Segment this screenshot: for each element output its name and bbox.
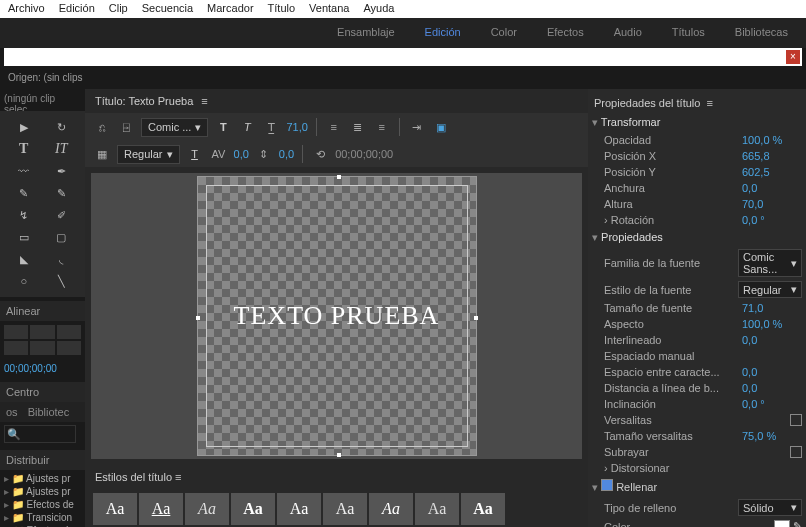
workspace-tab[interactable]: Efectos bbox=[547, 26, 584, 40]
italic-icon[interactable]: T bbox=[238, 118, 256, 136]
prop-value[interactable]: 70,0 bbox=[742, 198, 802, 210]
font-style-dropdown[interactable]: Regular▾ bbox=[738, 281, 802, 298]
menu-item[interactable]: Secuencia bbox=[142, 2, 193, 16]
line-tool-icon[interactable]: ╲ bbox=[44, 271, 80, 291]
prop-value[interactable]: 0,0 bbox=[742, 182, 802, 194]
prop-value[interactable]: 602,5 bbox=[742, 166, 802, 178]
smallcaps-checkbox[interactable] bbox=[790, 414, 802, 426]
style-preset[interactable]: Aa bbox=[323, 493, 367, 525]
underline-icon[interactable]: T bbox=[186, 145, 204, 163]
menu-item[interactable]: Archivo bbox=[8, 2, 45, 16]
align-buttons[interactable] bbox=[0, 321, 85, 359]
title-canvas[interactable]: TEXTO PRUEBA bbox=[91, 173, 582, 459]
ellipse-tool-icon[interactable]: ○ bbox=[6, 271, 42, 291]
workspace-tab[interactable]: Bibliotecas bbox=[735, 26, 788, 40]
arc-tool-icon[interactable]: ◟ bbox=[44, 249, 80, 269]
tree-item[interactable]: Ajustes pr bbox=[4, 485, 81, 498]
style-preset[interactable]: Aa bbox=[415, 493, 459, 525]
menu-item[interactable]: Marcador bbox=[207, 2, 253, 16]
font-style-select[interactable]: Regular▾ bbox=[117, 145, 180, 164]
vertical-type-tool-icon[interactable]: IT bbox=[44, 139, 80, 159]
search-input[interactable] bbox=[4, 425, 76, 443]
prop-value[interactable]: 0,0 ° bbox=[742, 398, 802, 410]
add-anchor-icon[interactable]: ✎ bbox=[6, 183, 42, 203]
transform-section[interactable]: Transformar bbox=[592, 113, 802, 132]
menu-item[interactable]: Clip bbox=[109, 2, 128, 16]
effects-tree[interactable]: Ajustes pr Ajustes pr Efectos de Transic… bbox=[0, 470, 85, 527]
prop-value[interactable]: 71,0 bbox=[742, 302, 802, 314]
properties-section[interactable]: Propiedades bbox=[592, 228, 802, 247]
panel-menu-icon[interactable]: ≡ bbox=[175, 471, 181, 483]
menu-item[interactable]: Título bbox=[268, 2, 296, 16]
style-preset[interactable]: Aa bbox=[139, 493, 183, 525]
menu-item[interactable]: Edición bbox=[59, 2, 95, 16]
delete-anchor-icon[interactable]: ✎ bbox=[44, 183, 80, 203]
tree-item[interactable]: Ajustes pr bbox=[4, 472, 81, 485]
menu-item[interactable]: Ventana bbox=[309, 2, 349, 16]
workspace-tab[interactable]: Títulos bbox=[672, 26, 705, 40]
fill-checkbox[interactable] bbox=[601, 479, 613, 491]
selection-tool-icon[interactable]: ▶ bbox=[6, 117, 42, 137]
align-left-icon[interactable]: ≡ bbox=[325, 118, 343, 136]
workspace-tab-active[interactable]: Edición bbox=[425, 26, 461, 40]
eyedropper-icon[interactable]: ✎ bbox=[793, 520, 802, 527]
fill-section[interactable]: Rellenar bbox=[592, 476, 802, 497]
tree-item[interactable]: Efectos de bbox=[4, 498, 81, 511]
close-icon[interactable]: × bbox=[786, 50, 800, 64]
font-size-value[interactable]: 71,0 bbox=[286, 121, 307, 133]
font-family-select[interactable]: Comic ...▾ bbox=[141, 118, 208, 137]
align-center-icon[interactable]: ≣ bbox=[349, 118, 367, 136]
style-preset[interactable]: Aa bbox=[277, 493, 321, 525]
style-preset[interactable]: Aa bbox=[185, 493, 229, 525]
menu-item[interactable]: Ayuda bbox=[363, 2, 394, 16]
workspace-tab[interactable]: Ensamblaje bbox=[337, 26, 394, 40]
leading-value[interactable]: 0,0 bbox=[279, 148, 294, 160]
wedge-tool-icon[interactable]: ◣ bbox=[6, 249, 42, 269]
templates-icon[interactable]: ⎌ bbox=[93, 118, 111, 136]
path-type-tool-icon[interactable]: 〰 bbox=[6, 161, 42, 181]
main-menu[interactable]: Archivo Edición Clip Secuencia Marcador … bbox=[0, 0, 806, 18]
underline-checkbox[interactable] bbox=[790, 446, 802, 458]
prop-value[interactable]: 100,0 % bbox=[742, 318, 802, 330]
project-tab[interactable]: Bibliotec bbox=[28, 406, 70, 418]
style-preset[interactable]: Aa bbox=[231, 493, 275, 525]
toolbar-timecode[interactable]: 00;00;00;00 bbox=[335, 148, 393, 160]
panel-menu-icon[interactable]: ≡ bbox=[706, 97, 712, 109]
project-tab[interactable]: os bbox=[6, 406, 18, 418]
workspace-tab[interactable]: Audio bbox=[614, 26, 642, 40]
prop-value[interactable]: 100,0 % bbox=[742, 134, 802, 146]
prop-value[interactable]: 0,0 bbox=[742, 366, 802, 378]
font-family-dropdown[interactable]: Comic Sans...▾ bbox=[738, 249, 802, 277]
rotate-tool-icon[interactable]: ↻ bbox=[44, 117, 80, 137]
background-icon[interactable]: ▦ bbox=[93, 145, 111, 163]
distort-section[interactable]: › Distorsionar bbox=[604, 462, 669, 474]
tab-icon[interactable]: ⇥ bbox=[408, 118, 426, 136]
rectangle-tool-icon[interactable]: ▭ bbox=[6, 227, 42, 247]
style-preset[interactable]: Aa bbox=[461, 493, 505, 525]
rounded-rect-tool-icon[interactable]: ▢ bbox=[44, 227, 80, 247]
tree-item[interactable]: Transicion bbox=[4, 511, 81, 524]
color-swatch[interactable] bbox=[774, 520, 790, 527]
panel-menu-icon[interactable]: ≡ bbox=[201, 95, 207, 107]
align-right-icon[interactable]: ≡ bbox=[373, 118, 391, 136]
convert-anchor-icon[interactable]: ↯ bbox=[6, 205, 42, 225]
prop-value[interactable]: 0,0 bbox=[742, 334, 802, 346]
style-preset[interactable]: Aa bbox=[93, 493, 137, 525]
style-preset[interactable]: Aa bbox=[369, 493, 413, 525]
prop-value[interactable]: 75,0 % bbox=[742, 430, 802, 442]
kerning-value[interactable]: 0,0 bbox=[234, 148, 249, 160]
workspace-tab[interactable]: Color bbox=[491, 26, 517, 40]
sync-icon[interactable]: ⟲ bbox=[311, 145, 329, 163]
show-video-icon[interactable]: ▣ bbox=[432, 118, 450, 136]
fill-type-dropdown[interactable]: Sólido▾ bbox=[738, 499, 802, 516]
eyedropper-icon[interactable]: ✐ bbox=[44, 205, 80, 225]
prop-value[interactable]: 665,8 bbox=[742, 150, 802, 162]
pen-tool-icon[interactable]: ✒ bbox=[44, 161, 80, 181]
prop-value[interactable]: 0,0 bbox=[742, 382, 802, 394]
bold-icon[interactable]: T bbox=[214, 118, 232, 136]
center-header: Centro bbox=[0, 382, 85, 402]
timecode-display[interactable]: 00;00;00;00 bbox=[0, 359, 85, 378]
roll-icon[interactable]: ⍈ bbox=[117, 118, 135, 136]
prop-value[interactable]: 0,0 ° bbox=[742, 214, 802, 226]
type-tool-icon[interactable]: T bbox=[6, 139, 42, 159]
